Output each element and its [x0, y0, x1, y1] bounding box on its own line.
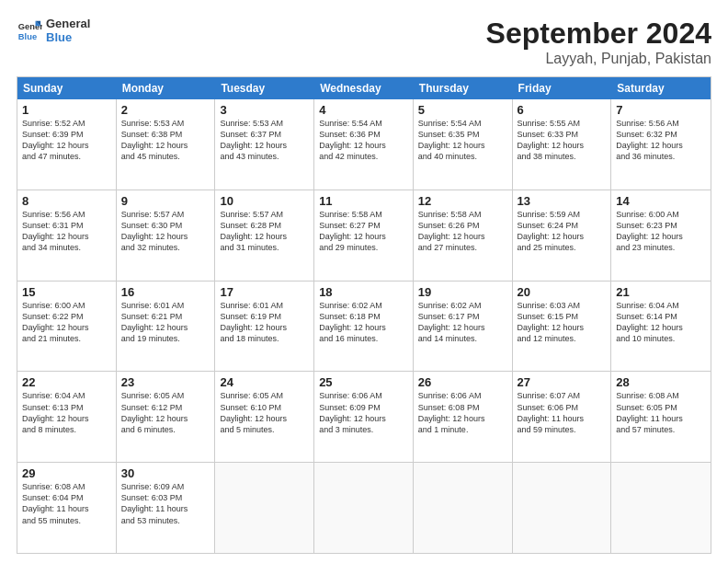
day-info: Sunrise: 5:57 AM Sunset: 6:30 PM Dayligh… — [121, 209, 210, 254]
day-number: 6 — [518, 103, 607, 117]
day-info: Sunrise: 6:00 AM Sunset: 6:22 PM Dayligh… — [22, 300, 111, 345]
day-info: Sunrise: 5:55 AM Sunset: 6:33 PM Dayligh… — [518, 118, 607, 163]
day-info: Sunrise: 6:01 AM Sunset: 6:21 PM Dayligh… — [121, 300, 210, 345]
day-number: 9 — [121, 194, 210, 208]
day-info: Sunrise: 5:54 AM Sunset: 6:36 PM Dayligh… — [319, 118, 408, 163]
day-info: Sunrise: 6:08 AM Sunset: 6:04 PM Dayligh… — [22, 481, 111, 526]
day-number: 27 — [518, 375, 607, 389]
calendar-cell: 7Sunrise: 5:56 AM Sunset: 6:32 PM Daylig… — [611, 99, 711, 190]
calendar-row: 15Sunrise: 6:00 AM Sunset: 6:22 PM Dayli… — [17, 281, 711, 372]
calendar-cell: 11Sunrise: 5:58 AM Sunset: 6:27 PM Dayli… — [314, 190, 414, 281]
calendar-cell: 20Sunrise: 6:03 AM Sunset: 6:15 PM Dayli… — [513, 282, 612, 372]
calendar-body: 1Sunrise: 5:52 AM Sunset: 6:39 PM Daylig… — [17, 99, 711, 553]
day-info: Sunrise: 5:54 AM Sunset: 6:35 PM Dayligh… — [418, 118, 507, 163]
calendar-cell: 6Sunrise: 5:55 AM Sunset: 6:33 PM Daylig… — [513, 99, 612, 190]
day-info: Sunrise: 6:04 AM Sunset: 6:13 PM Dayligh… — [22, 390, 111, 435]
day-header: Saturday — [611, 77, 711, 99]
day-number: 20 — [518, 285, 607, 299]
day-info: Sunrise: 6:05 AM Sunset: 6:12 PM Dayligh… — [121, 390, 210, 435]
day-number: 10 — [220, 194, 309, 208]
calendar-cell: 28Sunrise: 6:08 AM Sunset: 6:05 PM Dayli… — [611, 372, 711, 462]
day-info: Sunrise: 5:56 AM Sunset: 6:32 PM Dayligh… — [616, 118, 706, 163]
day-number: 28 — [616, 375, 706, 389]
calendar-cell — [215, 463, 314, 553]
day-info: Sunrise: 5:53 AM Sunset: 6:38 PM Dayligh… — [121, 118, 210, 163]
day-number: 30 — [121, 466, 210, 480]
day-header: Sunday — [17, 77, 117, 99]
day-number: 1 — [22, 103, 111, 117]
calendar-cell: 27Sunrise: 6:07 AM Sunset: 6:06 PM Dayli… — [513, 372, 612, 462]
day-header: Thursday — [414, 77, 513, 99]
calendar-cell: 1Sunrise: 5:52 AM Sunset: 6:39 PM Daylig… — [17, 99, 117, 190]
calendar-cell: 16Sunrise: 6:01 AM Sunset: 6:21 PM Dayli… — [117, 282, 216, 372]
day-number: 26 — [418, 375, 507, 389]
day-number: 24 — [220, 375, 309, 389]
calendar-cell: 29Sunrise: 6:08 AM Sunset: 6:04 PM Dayli… — [17, 463, 117, 553]
day-number: 7 — [616, 103, 706, 117]
day-info: Sunrise: 6:05 AM Sunset: 6:10 PM Dayligh… — [220, 390, 309, 435]
day-header: Tuesday — [215, 77, 314, 99]
day-number: 29 — [22, 466, 111, 480]
day-number: 19 — [418, 285, 507, 299]
calendar-row: 22Sunrise: 6:04 AM Sunset: 6:13 PM Dayli… — [17, 371, 711, 462]
day-info: Sunrise: 5:53 AM Sunset: 6:37 PM Dayligh… — [220, 118, 309, 163]
day-info: Sunrise: 6:06 AM Sunset: 6:08 PM Dayligh… — [418, 390, 507, 435]
day-number: 25 — [319, 375, 408, 389]
calendar-cell: 8Sunrise: 5:56 AM Sunset: 6:31 PM Daylig… — [17, 190, 117, 281]
day-info: Sunrise: 6:06 AM Sunset: 6:09 PM Dayligh… — [319, 390, 408, 435]
day-number: 18 — [319, 285, 408, 299]
calendar-cell: 30Sunrise: 6:09 AM Sunset: 6:03 PM Dayli… — [117, 463, 216, 553]
calendar-cell: 9Sunrise: 5:57 AM Sunset: 6:30 PM Daylig… — [117, 190, 216, 281]
calendar-cell: 3Sunrise: 5:53 AM Sunset: 6:37 PM Daylig… — [215, 99, 314, 190]
calendar-cell: 17Sunrise: 6:01 AM Sunset: 6:19 PM Dayli… — [215, 282, 314, 372]
calendar: SundayMondayTuesdayWednesdayThursdayFrid… — [17, 76, 711, 554]
calendar-cell: 15Sunrise: 6:00 AM Sunset: 6:22 PM Dayli… — [17, 282, 117, 372]
calendar-header: SundayMondayTuesdayWednesdayThursdayFrid… — [17, 77, 711, 99]
calendar-cell: 21Sunrise: 6:04 AM Sunset: 6:14 PM Dayli… — [611, 282, 711, 372]
calendar-row: 29Sunrise: 6:08 AM Sunset: 6:04 PM Dayli… — [17, 462, 711, 553]
day-number: 11 — [319, 194, 408, 208]
day-number: 8 — [22, 194, 111, 208]
day-info: Sunrise: 6:01 AM Sunset: 6:19 PM Dayligh… — [220, 300, 309, 345]
page-title: September 2024 — [486, 17, 711, 51]
day-number: 17 — [220, 285, 309, 299]
calendar-cell: 12Sunrise: 5:58 AM Sunset: 6:26 PM Dayli… — [414, 190, 513, 281]
day-info: Sunrise: 5:57 AM Sunset: 6:28 PM Dayligh… — [220, 209, 309, 254]
day-info: Sunrise: 6:02 AM Sunset: 6:18 PM Dayligh… — [319, 300, 408, 345]
calendar-cell: 26Sunrise: 6:06 AM Sunset: 6:08 PM Dayli… — [414, 372, 513, 462]
calendar-row: 8Sunrise: 5:56 AM Sunset: 6:31 PM Daylig… — [17, 190, 711, 281]
day-header: Wednesday — [314, 77, 414, 99]
calendar-cell: 23Sunrise: 6:05 AM Sunset: 6:12 PM Dayli… — [117, 372, 216, 462]
day-info: Sunrise: 5:52 AM Sunset: 6:39 PM Dayligh… — [22, 118, 111, 163]
calendar-cell: 2Sunrise: 5:53 AM Sunset: 6:38 PM Daylig… — [117, 99, 216, 190]
calendar-cell — [611, 463, 711, 553]
day-number: 22 — [22, 375, 111, 389]
logo-line2: Blue — [46, 30, 90, 44]
calendar-cell: 18Sunrise: 6:02 AM Sunset: 6:18 PM Dayli… — [314, 282, 414, 372]
day-info: Sunrise: 5:58 AM Sunset: 6:26 PM Dayligh… — [418, 209, 507, 254]
day-info: Sunrise: 6:00 AM Sunset: 6:23 PM Dayligh… — [616, 209, 706, 254]
day-number: 4 — [319, 103, 408, 117]
day-info: Sunrise: 6:03 AM Sunset: 6:15 PM Dayligh… — [518, 300, 607, 345]
calendar-cell: 10Sunrise: 5:57 AM Sunset: 6:28 PM Dayli… — [215, 190, 314, 281]
day-info: Sunrise: 6:08 AM Sunset: 6:05 PM Dayligh… — [616, 390, 706, 435]
day-number: 21 — [616, 285, 706, 299]
day-info: Sunrise: 6:02 AM Sunset: 6:17 PM Dayligh… — [418, 300, 507, 345]
day-info: Sunrise: 6:07 AM Sunset: 6:06 PM Dayligh… — [518, 390, 607, 435]
title-block: September 2024 Layyah, Punjab, Pakistan — [486, 17, 711, 67]
calendar-cell — [513, 463, 612, 553]
calendar-row: 1Sunrise: 5:52 AM Sunset: 6:39 PM Daylig… — [17, 99, 711, 190]
day-number: 15 — [22, 285, 111, 299]
day-number: 2 — [121, 103, 210, 117]
day-number: 14 — [616, 194, 706, 208]
day-number: 12 — [418, 194, 507, 208]
day-info: Sunrise: 5:58 AM Sunset: 6:27 PM Dayligh… — [319, 209, 408, 254]
calendar-cell: 19Sunrise: 6:02 AM Sunset: 6:17 PM Dayli… — [414, 282, 513, 372]
day-info: Sunrise: 6:04 AM Sunset: 6:14 PM Dayligh… — [616, 300, 706, 345]
calendar-cell — [414, 463, 513, 553]
day-number: 23 — [121, 375, 210, 389]
day-number: 5 — [418, 103, 507, 117]
calendar-cell: 24Sunrise: 6:05 AM Sunset: 6:10 PM Dayli… — [215, 372, 314, 462]
calendar-cell: 13Sunrise: 5:59 AM Sunset: 6:24 PM Dayli… — [513, 190, 612, 281]
day-info: Sunrise: 5:56 AM Sunset: 6:31 PM Dayligh… — [22, 209, 111, 254]
